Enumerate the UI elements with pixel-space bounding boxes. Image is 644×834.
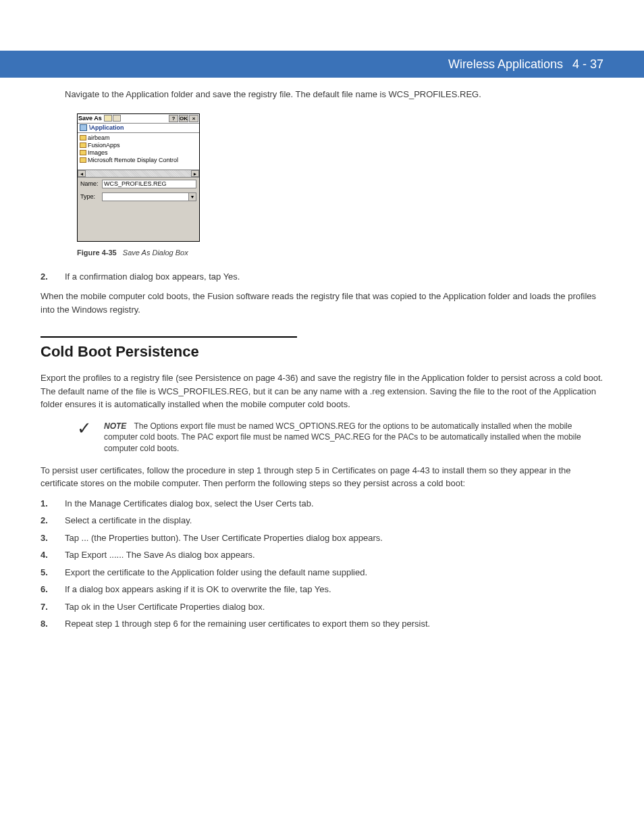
step-text: If a dialog box appears asking if it is … <box>65 583 603 596</box>
step-number: 2. <box>41 514 65 527</box>
persist-step: 2.Select a certificate in the display. <box>41 514 603 527</box>
step-text: Repeat step 1 through step 6 for the rem… <box>65 617 603 631</box>
figure-caption: Figure 4-35 Save As Dialog Box <box>77 249 603 257</box>
folder-icon <box>80 157 86 163</box>
type-label: Type: <box>80 193 102 200</box>
step-number: 6. <box>41 583 65 596</box>
figure-label: Figure 4-35 <box>77 249 117 257</box>
note-body: NOTE The Options export file must be nam… <box>104 421 603 454</box>
dialog-title: Save As <box>78 115 102 122</box>
persist-step: 7.Tap ok in the User Certificate Propert… <box>41 600 603 614</box>
step-number: 1. <box>41 497 65 511</box>
step-text: Select a certificate in the display. <box>65 514 603 527</box>
help-button[interactable]: ? <box>169 115 178 122</box>
list-item[interactable]: airbeam <box>80 134 197 142</box>
step-text: In the Manage Certificates dialog box, s… <box>65 497 603 511</box>
after-step-para: When the mobile computer cold boots, the… <box>41 290 603 316</box>
step-number: 2. <box>41 270 65 284</box>
note-block: ✓ NOTE The Options export file must be n… <box>77 421 603 454</box>
step-text: Tap Export ...... The Save As dialog box… <box>65 548 603 562</box>
step-number: 7. <box>41 600 65 614</box>
step-number: 3. <box>41 531 65 545</box>
note-text: The Options export file must be named WC… <box>104 421 581 454</box>
list-item[interactable]: FusionApps <box>80 142 197 149</box>
step-text: Export the certificate to the Applicatio… <box>65 566 603 579</box>
persist-step: 5.Export the certificate to the Applicat… <box>41 566 603 579</box>
folder-icon <box>80 135 86 140</box>
scroll-track[interactable] <box>86 170 191 177</box>
persist-para: To persist user certificates, follow the… <box>41 464 603 490</box>
type-select[interactable]: ▼ <box>102 192 196 201</box>
header-title: Wireless Applications <box>448 57 563 72</box>
path-text: \Application <box>89 124 124 131</box>
save-as-dialog: Save As ? OK × \Application airbeam Fusi… <box>77 113 200 242</box>
disk-icon[interactable] <box>104 115 112 122</box>
list-item[interactable]: Images <box>80 149 197 157</box>
name-input[interactable]: WCS_PROFILES.REG <box>102 180 196 188</box>
file-list[interactable]: airbeam FusionApps Images Microsoft Remo… <box>78 133 199 170</box>
close-button[interactable]: × <box>189 115 198 122</box>
persist-step: 1.In the Manage Certificates dialog box,… <box>41 497 603 511</box>
section-title: Cold Boot Persistence <box>41 343 603 361</box>
step-number: 5. <box>41 566 65 579</box>
step-text: Tap ok in the User Certificate Propertie… <box>65 600 603 614</box>
type-row: Type: ▼ <box>78 190 199 203</box>
path-bar: \Application <box>78 124 199 133</box>
cold-boot-para: Export the profiles to a registry file (… <box>41 371 603 411</box>
location-icon <box>80 124 87 131</box>
name-row: Name: WCS_PROFILES.REG <box>78 178 199 190</box>
folder-up-icon[interactable] <box>113 115 121 122</box>
step-2: 2. If a confirmation dialog box appears,… <box>41 270 603 284</box>
step-number: 4. <box>41 548 65 562</box>
step-number: 8. <box>41 617 65 631</box>
persist-step: 4.Tap Export ...... The Save As dialog b… <box>41 548 603 562</box>
note-label: NOTE <box>104 421 126 431</box>
check-icon: ✓ <box>77 419 92 437</box>
page-header: Wireless Applications 4 - 37 <box>0 51 644 78</box>
header-page: 4 - 37 <box>572 57 603 72</box>
persist-step: 3.Tap ... (the Properties button). The U… <box>41 531 603 545</box>
persist-step: 8.Repeat step 1 through step 6 for the r… <box>41 617 603 631</box>
name-label: Name: <box>80 180 102 187</box>
folder-icon <box>80 150 86 155</box>
folder-icon <box>80 142 86 148</box>
scroll-left-icon[interactable]: ◄ <box>78 170 86 177</box>
scroll-right-icon[interactable]: ► <box>191 170 199 177</box>
page-content: Navigate to the Application folder and s… <box>41 88 603 635</box>
save-as-dialog-figure: Save As ? OK × \Application airbeam Fusi… <box>77 113 200 242</box>
step-text: If a confirmation dialog box appears, ta… <box>65 270 603 284</box>
dialog-titlebar: Save As ? OK × <box>78 114 199 124</box>
section-rule <box>41 336 297 338</box>
persist-step: 6.If a dialog box appears asking if it i… <box>41 583 603 596</box>
intro-line: Navigate to the Application folder and s… <box>65 88 603 101</box>
ok-button[interactable]: OK <box>179 115 188 122</box>
chevron-down-icon[interactable]: ▼ <box>188 193 196 201</box>
step-text: Tap ... (the Properties button). The Use… <box>65 531 603 545</box>
figure-title: Save As Dialog Box <box>123 249 188 257</box>
horizontal-scrollbar[interactable]: ◄ ► <box>78 170 199 178</box>
list-item[interactable]: Microsoft Remote Display Control <box>80 157 197 164</box>
